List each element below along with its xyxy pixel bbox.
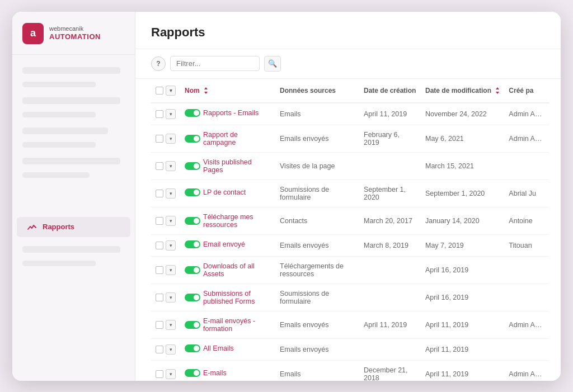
filter-input[interactable] <box>170 56 260 71</box>
row-toggle-10[interactable] <box>185 369 200 377</box>
row-checkbox-10[interactable] <box>156 370 163 378</box>
sidebar-placeholder <box>22 127 108 134</box>
row-checkbox-1[interactable] <box>156 135 163 143</box>
row-toggle-0[interactable] <box>185 109 200 117</box>
page-header: Rapports <box>135 12 561 49</box>
sidebar-placeholder <box>22 158 120 164</box>
row-checkbox-0[interactable] <box>156 110 163 118</box>
row-toggle-5[interactable] <box>185 240 200 248</box>
sort-modification-icon <box>495 87 500 94</box>
row-name-5: Email envoyé <box>180 234 275 256</box>
row-toggle-6[interactable] <box>185 266 200 274</box>
row-cree-9 <box>504 338 549 360</box>
sidebar-item-rapports[interactable]: Rapports <box>17 217 130 237</box>
row-dropdown-0[interactable]: ▾ <box>166 109 176 119</box>
logo-area: a webmecanik AUTOMATION <box>12 12 135 55</box>
row-dropdown-4[interactable]: ▾ <box>166 216 176 226</box>
row-sources-10: Emails <box>275 360 359 381</box>
row-cree-8: Admin Automat <box>504 311 549 338</box>
row-dropdown-1[interactable]: ▾ <box>166 134 176 144</box>
row-modification-6: April 16, 2019 <box>421 256 504 284</box>
row-dropdown-7[interactable]: ▾ <box>166 292 176 303</box>
row-sources-3: Soumissions de formulaire <box>275 180 359 207</box>
select-all-checkbox[interactable] <box>156 87 163 95</box>
row-toggle-2[interactable] <box>185 162 200 170</box>
row-dropdown-6[interactable]: ▾ <box>166 265 176 275</box>
sidebar-placeholder <box>22 142 96 148</box>
sidebar-placeholder <box>22 97 120 104</box>
row-cree-2 <box>504 152 549 180</box>
row-checkbox-7[interactable] <box>156 294 163 301</box>
table-row: ▾ Email envoyé Emails envoyés March 8, 2… <box>151 234 549 256</box>
row-toggle-1[interactable] <box>185 135 200 143</box>
table-row: ▾ Rapports - Emails Emails April 11, 201… <box>151 103 549 125</box>
row-dropdown-8[interactable]: ▾ <box>166 320 176 330</box>
search-icon: 🔍 <box>268 59 277 68</box>
search-button[interactable]: 🔍 <box>264 56 281 72</box>
row-toggle-9[interactable] <box>185 344 200 352</box>
row-checkbox-2[interactable] <box>156 162 163 170</box>
row-check-cell: ▾ <box>151 256 180 284</box>
table-row: ▾ Downloads of all Assets Téléchargement… <box>151 256 549 284</box>
row-cree-7 <box>504 284 549 311</box>
row-toggle-7[interactable] <box>185 294 200 301</box>
row-toggle-3[interactable] <box>185 188 200 196</box>
row-creation-7 <box>359 284 421 311</box>
row-creation-2 <box>359 152 421 180</box>
row-checkbox-3[interactable] <box>156 190 163 197</box>
row-dropdown-2[interactable]: ▾ <box>166 161 176 171</box>
row-cree-1: Admin Automat <box>504 125 549 152</box>
row-checkbox-9[interactable] <box>156 346 163 353</box>
brand-top: webmecanik <box>49 25 101 32</box>
col-header-modification[interactable]: Date de modification <box>421 79 504 103</box>
row-dropdown-10[interactable]: ▾ <box>166 369 176 379</box>
table-container: ▾ Nom Données sources <box>135 79 561 381</box>
row-dropdown-9[interactable]: ▾ <box>166 344 176 355</box>
row-modification-7: April 16, 2019 <box>421 284 504 311</box>
row-dropdown-3[interactable]: ▾ <box>166 188 176 199</box>
row-name-10: E-mails <box>180 360 275 381</box>
row-creation-3: September 1, 2020 <box>359 180 421 207</box>
row-name-4: Télécharge mes ressources <box>180 207 275 234</box>
row-dropdown-5[interactable]: ▾ <box>166 240 176 251</box>
row-checkbox-5[interactable] <box>156 242 163 249</box>
row-name-7: Submissions of published Forms <box>180 284 275 311</box>
col-header-sources: Données sources <box>275 79 359 103</box>
row-modification-9: April 11, 2019 <box>421 338 504 360</box>
row-creation-9 <box>359 338 421 360</box>
table-row: ▾ E-mail envoyés - formation Emails envo… <box>151 311 549 338</box>
table-row: ▾ E-mails Emails December 21, 2018 April… <box>151 360 549 381</box>
row-sources-1: Emails envoyés <box>275 125 359 152</box>
row-modification-3: September 1, 2020 <box>421 180 504 207</box>
select-dropdown[interactable]: ▾ <box>166 86 176 96</box>
row-cree-10: Admin Automat <box>504 360 549 381</box>
col-header-cree: Créé pa <box>504 79 549 103</box>
row-creation-0: April 11, 2019 <box>359 103 421 125</box>
row-name-9: All Emails <box>180 338 275 360</box>
row-checkbox-6[interactable] <box>156 266 163 274</box>
row-check-cell: ▾ <box>151 284 180 311</box>
col-header-nom[interactable]: Nom <box>180 79 275 103</box>
row-check-cell: ▾ <box>151 125 180 152</box>
row-check-cell: ▾ <box>151 207 180 234</box>
app-container: a webmecanik AUTOMATION <box>12 12 561 381</box>
row-toggle-8[interactable] <box>185 321 200 329</box>
row-check-cell: ▾ <box>151 311 180 338</box>
row-toggle-4[interactable] <box>185 217 200 225</box>
row-name-3: LP de contact <box>180 180 275 207</box>
row-checkbox-4[interactable] <box>156 217 163 225</box>
row-name-2: Visits published Pages <box>180 152 275 180</box>
row-modification-4: January 14, 2020 <box>421 207 504 234</box>
help-button[interactable]: ? <box>151 56 166 71</box>
row-modification-5: May 7, 2019 <box>421 234 504 256</box>
row-name-0: Rapports - Emails <box>180 103 275 125</box>
row-creation-6 <box>359 256 421 284</box>
sidebar-nav: Rapports <box>12 55 135 381</box>
table-row: ▾ LP de contact Soumissions de formulair… <box>151 180 549 207</box>
col-header-check: ▾ <box>151 79 180 103</box>
row-name-6: Downloads of all Assets <box>180 256 275 284</box>
row-cree-4: Antoine <box>504 207 549 234</box>
reports-table: ▾ Nom Données sources <box>151 79 549 381</box>
row-modification-1: May 6, 2021 <box>421 125 504 152</box>
row-checkbox-8[interactable] <box>156 321 163 329</box>
